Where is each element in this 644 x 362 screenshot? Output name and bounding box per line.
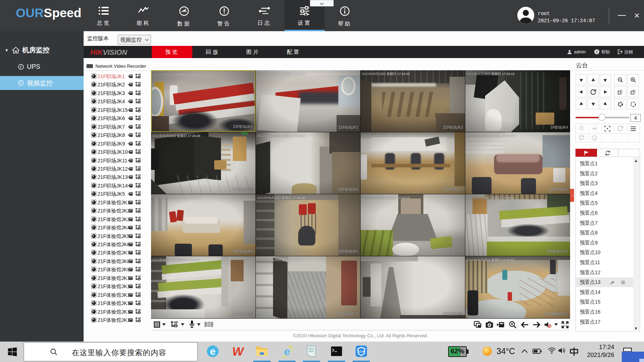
svg-text:2: 2 — [138, 127, 140, 130]
svg-text:2: 2 — [138, 236, 140, 239]
svg-text:2: 2 — [138, 118, 140, 121]
svg-text:2: 2 — [138, 269, 140, 272]
svg-text:2: 2 — [138, 252, 140, 256]
svg-text:2: 2 — [138, 286, 140, 289]
svg-text:2: 2 — [138, 303, 140, 306]
svg-text:2: 2 — [138, 110, 140, 113]
svg-text:2: 2 — [138, 202, 140, 205]
svg-text:2: 2 — [138, 278, 140, 281]
svg-text:互联网: 互联网 — [358, 351, 365, 353]
svg-text:2: 2 — [138, 227, 140, 230]
svg-text:2: 2 — [138, 152, 140, 155]
svg-text:2: 2 — [138, 135, 140, 138]
svg-text:2: 2 — [138, 84, 140, 87]
svg-text:2: 2 — [138, 93, 140, 96]
svg-text:e: e — [210, 346, 216, 357]
svg-text:2: 2 — [138, 295, 140, 298]
svg-text:2: 2 — [138, 311, 140, 315]
svg-text:2: 2 — [138, 219, 140, 222]
svg-text:2: 2 — [138, 76, 140, 79]
svg-text:2: 2 — [138, 244, 140, 247]
svg-text:e: e — [284, 346, 290, 357]
svg-text:2: 2 — [138, 185, 140, 189]
svg-text:2: 2 — [138, 143, 140, 147]
svg-text:W: W — [232, 345, 244, 357]
svg-text:2: 2 — [138, 177, 140, 180]
svg-text:2: 2 — [138, 101, 140, 104]
svg-text:2: 2 — [138, 210, 140, 214]
svg-text:2: 2 — [138, 168, 140, 172]
svg-text:2: 2 — [138, 320, 140, 323]
svg-text:3D: 3D — [593, 137, 596, 139]
svg-text:2: 2 — [138, 160, 140, 163]
svg-text:2: 2 — [175, 324, 177, 328]
svg-text:2: 2 — [138, 194, 140, 197]
svg-text:2: 2 — [138, 261, 140, 264]
